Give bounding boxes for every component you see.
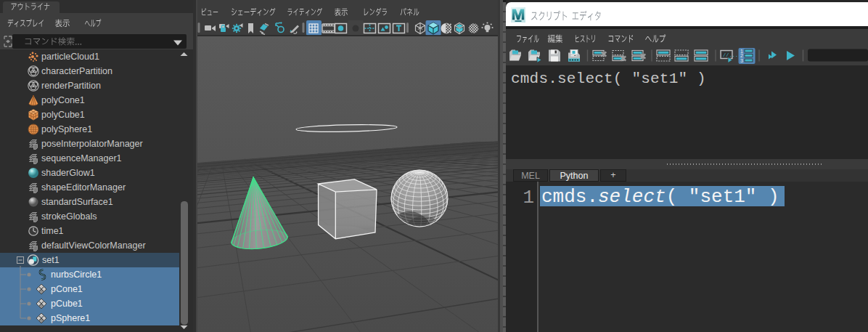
svg-text:3: 3 bbox=[740, 58, 743, 63]
svg-text://...: //... bbox=[723, 52, 738, 58]
